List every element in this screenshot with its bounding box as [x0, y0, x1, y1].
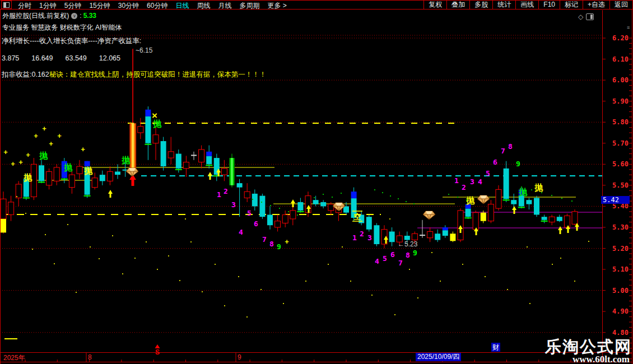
stock-title: 外服控股(日线.前复权)	[2, 11, 69, 21]
tab-日线[interactable]: 日线	[171, 2, 193, 10]
date-label-sep: 9	[238, 353, 241, 361]
axis-separator	[602, 10, 603, 362]
tab-多周期[interactable]: 多周期	[235, 2, 263, 10]
fin-value: 12.065	[99, 54, 120, 62]
fin-indicator-line3: 扣非收益:0.162秘诀：建仓宜找线上阴，持股可追突破阳！进退有据，保本第一！！…	[2, 70, 266, 80]
last-price-tag: 5.42	[601, 196, 630, 204]
tab-15分钟[interactable]: 15分钟	[85, 2, 114, 10]
chevron-down-icon[interactable]: ∨	[71, 13, 77, 19]
tab-1分钟[interactable]: 1分钟	[35, 2, 60, 10]
price-axis-label: 5.30	[606, 223, 629, 231]
tab-月线[interactable]: 月线	[214, 2, 235, 10]
price-axis-label: 6.00	[606, 76, 629, 84]
tab-更多 >[interactable]: 更多 >	[263, 2, 290, 10]
fin-value: 3.875	[2, 54, 19, 62]
secret-tip-text: 秘诀：建仓宜找线上阴，持股可追突破阳！进退有据，保本第一！！！	[49, 71, 267, 78]
price-axis-label: 5.00	[606, 287, 629, 295]
button-叠加[interactable]: 叠加	[446, 1, 469, 9]
date-label-aug: 8	[88, 353, 92, 361]
button-复权[interactable]: 复权	[423, 1, 446, 9]
title-colon: :	[80, 12, 81, 20]
button-画线[interactable]: 画线	[515, 1, 538, 9]
timeframe-tabs: 分时1分钟5分钟15分钟30分钟60分钟日线周线月线多周期更多 >	[14, 0, 291, 10]
current-price: 5.33	[83, 12, 96, 20]
price-axis-label: 5.20	[606, 245, 629, 253]
watermark-url: www.60lt.com	[537, 354, 630, 364]
price-axis-label: 5.10	[606, 265, 629, 273]
button-返回[interactable]: 返回	[609, 1, 633, 9]
tab-周线[interactable]: 周线	[193, 2, 214, 10]
header-icons: ◇	[578, 13, 594, 21]
fin-indicator-header: 净利增长----收入增长负债率----净资产收益率:	[2, 36, 141, 46]
price-axis-label: 4.90	[606, 307, 629, 315]
price-axis-label: 4.80	[606, 329, 629, 337]
price-axis-label: 6.20	[606, 34, 629, 42]
chart-canvas[interactable]	[0, 32, 602, 352]
toolbar: 分时1分钟5分钟15分钟30分钟60分钟日线周线月线多周期更多 > 复权叠加多股…	[0, 0, 633, 10]
panel-icon	[3, 2, 10, 8]
fin-value: 63.549	[66, 54, 87, 62]
price-axis-label: 5.60	[606, 160, 629, 168]
button-+自选[interactable]: +自选	[583, 1, 609, 9]
button-F10[interactable]: F10	[538, 1, 560, 9]
price-axis-label: 5.90	[606, 97, 629, 105]
date-label-year: 2025年	[3, 353, 25, 363]
finance-badge[interactable]: 财	[491, 343, 500, 352]
title-row: 外服控股(日线.前复权) ∨ : 5.33	[2, 11, 96, 20]
button-多股[interactable]: 多股	[469, 1, 492, 9]
button-统计[interactable]: 统计	[492, 1, 515, 9]
axis-corner-icon[interactable]: ≡	[627, 25, 630, 30]
tab-分时[interactable]: 分时	[14, 2, 35, 10]
tab-30分钟[interactable]: 30分钟	[114, 2, 143, 10]
diamond-outline-icon[interactable]: ◇	[578, 13, 583, 21]
tab-5分钟[interactable]: 5分钟	[60, 2, 86, 10]
stock-concepts: 专业服务 智慧政务 财税数字化 AI智能体	[2, 23, 122, 32]
window-border-right	[632, 0, 632, 364]
highlighted-date[interactable]: 2025/10/09/四	[416, 353, 461, 361]
price-axis-label: 5.70	[606, 139, 629, 147]
toolbar-actions: 复权叠加多股统计画线F10标记+自选返回	[423, 1, 633, 9]
price-axis-label: 5.50	[606, 181, 629, 189]
tab-60分钟[interactable]: 60分钟	[143, 2, 171, 10]
layout-toggle-button[interactable]	[1, 1, 12, 9]
fin-indicator-values: 3.87516.64963.54912.065	[2, 54, 133, 62]
price-axis-label: 5.80	[606, 118, 629, 126]
button-标记[interactable]: 标记	[560, 1, 583, 9]
koufei-value: 扣非收益:0.162	[2, 71, 49, 78]
fin-value: 16.649	[31, 54, 53, 62]
price-axis-label: 6.10	[606, 55, 629, 63]
trading-app-window: 分时1分钟5分钟15分钟30分钟60分钟日线周线月线多周期更多 > 复权叠加多股…	[0, 0, 633, 364]
panel-toggle-icon[interactable]	[586, 13, 594, 20]
